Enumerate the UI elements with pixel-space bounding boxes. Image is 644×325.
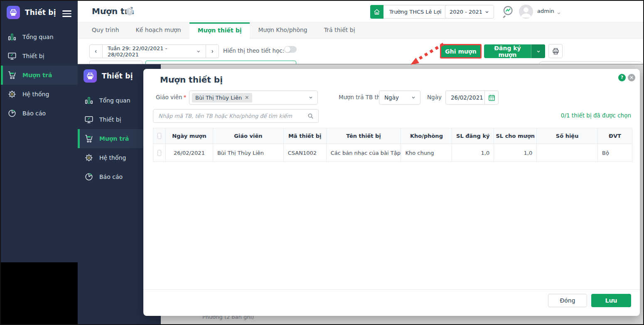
sidebar-item-label: Mượn trả [99,135,129,142]
row-checkbox[interactable] [157,150,161,156]
tab-1[interactable]: Kế hoạch mượn [128,22,189,39]
sidebar-item-3[interactable]: Hệ thống [1,85,78,104]
sidebar-item-0[interactable]: Tổng quan [1,27,78,46]
home-icon [370,5,383,19]
sidebar-item-label: Hệ thống [99,154,126,161]
school-year-select[interactable]: 2020 - 2021 [445,5,494,19]
dang-ky-muon-label: Đăng ký mượn [484,45,531,58]
sidebar-item-label: Thiết bị [99,116,121,123]
cart-icon [84,134,95,143]
print-button[interactable] [548,44,563,58]
menu-toggle-icon[interactable] [62,9,71,19]
bar-chart-icon [7,32,18,42]
table-cell: 1,0 [452,144,494,162]
sidebar-item-label: Hệ thống [22,91,49,98]
monitor-icon [7,51,18,61]
monitor-icon [84,115,95,124]
sidebar-item-2[interactable]: Mượn trả [1,66,78,85]
page-help-icon[interactable]: ? [126,8,133,15]
column-header: Số hiệu [537,128,598,144]
sidebar-logo-row: Thiết bị [1,1,78,24]
device-search-input[interactable]: Nhập mã TB, tên TB hoặc Kho/phòng để tìm… [153,109,319,123]
ghi-muon-button[interactable]: Ghi mượn [440,44,482,59]
table-cell: Kho chung [401,144,452,162]
sidebar-item-4[interactable]: Báo cáo [1,104,78,123]
table-cell: Các bản nhạc của bài Tập ... [327,144,401,162]
analytics-search-icon[interactable] [501,5,516,20]
save-button[interactable]: Lưu [591,294,631,307]
device-table: Ngày mượnGiáo viênMã thiết bịTên thiết b… [153,128,632,162]
tab-0[interactable]: Quy trình [84,22,128,39]
tab-4[interactable]: Trả thiết bị [316,22,364,39]
prev-week-button[interactable] [90,45,102,58]
table-cell: Bùi Thị Thùy Liên [213,144,284,162]
chevron-down-icon[interactable] [556,10,561,17]
chevron-down-icon [196,49,201,54]
bar-chart-icon [84,96,95,105]
tab-bar: Quy trìnhKế hoạch mượnMượn thiết bịMượn … [78,22,644,39]
sidebar-item-label: Mượn trả [22,72,52,78]
chevron-down-icon[interactable] [531,44,545,58]
footer-divider [143,289,640,290]
calendar-icon[interactable] [484,91,498,104]
week-select-value: Tuần 29: 22/02/2021 - 28/02/2021 [108,45,196,58]
modal-close-icon[interactable]: ✕ [628,74,635,81]
table-cell: Bộ [598,144,632,162]
user-avatar[interactable] [519,5,533,19]
printer-logo-icon [84,69,97,83]
school-year-value: 2020 - 2021 [450,9,482,15]
sidebar-item-1[interactable]: Thiết bị [1,46,78,66]
column-header: SL đăng ký [452,128,494,144]
teacher-label: Giáo viên* [156,94,186,100]
modal-help-icon[interactable]: ? [618,74,626,81]
period-toggle-label: Hiển thị theo tiết học: [223,47,284,54]
week-selector-group: Tuần 29: 22/02/2021 - 28/02/2021 [89,44,219,58]
overlay-screenshot: Thiết bị Tổng quanThiết bịMượn trảHệ thố… [78,64,644,325]
school-selector[interactable]: Trường THCS Lê Lợi [370,5,447,19]
select-all-checkbox[interactable] [157,133,161,139]
sidebar-menu: Tổng quanThiết bịMượn trảHệ thốngBáo cáo [1,27,78,123]
tab-3[interactable]: Mượn Kho/phòng [250,22,315,39]
printer-logo-icon [7,6,20,19]
sidebar-item-label: Tổng quan [22,34,54,40]
letterbox-black-area [1,262,78,325]
week-select[interactable]: Tuần 29: 22/02/2021 - 28/02/2021 [102,45,206,58]
sidebar-item-label: Báo cáo [22,110,46,117]
search-icon [307,112,314,120]
search-placeholder: Nhập mã TB, tên TB hoặc Kho/phòng để tìm… [158,113,292,119]
date-input[interactable]: 26/02/2021 [445,90,499,105]
next-week-button[interactable] [206,45,219,58]
modal-title: Mượn thiết bị [160,75,223,85]
sidebar-item-label: Thiết bị [22,53,44,59]
pie-icon [84,172,95,181]
close-button[interactable]: Đóng [548,294,587,307]
tab-2[interactable]: Mượn thiết bị [189,22,250,39]
table-cell [537,144,598,162]
teacher-tag: Bùi Thị Thùy Liên ✕ [192,93,252,103]
gear-icon [84,153,95,162]
remove-tag-icon[interactable]: ✕ [245,95,249,100]
chevron-down-icon [484,10,489,15]
pie-icon [7,109,18,118]
week-toolbar: Tuần 29: 22/02/2021 - 28/02/2021 Hiển th… [78,39,644,64]
top-bar: Mượn trả ? Trường THCS Lê Lợi 2020 - 202… [78,1,644,22]
column-header: Mã thiết bị [284,128,327,144]
chevron-down-icon [411,95,416,100]
column-header: Giáo viên [213,128,284,144]
column-header: Tên thiết bị [327,128,401,144]
table-row: 26/02/2021Bùi Thị Thùy LiênCSAN1002Các b… [153,144,632,162]
date-value: 26/02/2021 [446,94,484,101]
user-name[interactable]: admin [537,8,554,14]
period-toggle[interactable] [284,46,297,53]
table-cell: CSAN1002 [284,144,327,162]
app-sidebar: Thiết bị Tổng quanThiết bịMượn trảHệ thố… [1,1,78,262]
table-header-row: Ngày mượnGiáo viênMã thiết bịTên thiết b… [153,128,632,144]
teacher-select[interactable]: Bùi Thị Thùy Liên ✕ [189,90,318,105]
dang-ky-muon-button[interactable]: Đăng ký mượn [484,44,545,58]
borrow-by-select[interactable]: Ngày [379,90,420,105]
row-checkbox-cell [153,144,166,162]
header-checkbox-cell [153,128,166,144]
selected-count-text: 0/1 thiết bị đã được chọn [561,112,631,119]
borrow-by-value: Ngày [384,94,399,101]
chevron-down-icon [308,95,313,100]
